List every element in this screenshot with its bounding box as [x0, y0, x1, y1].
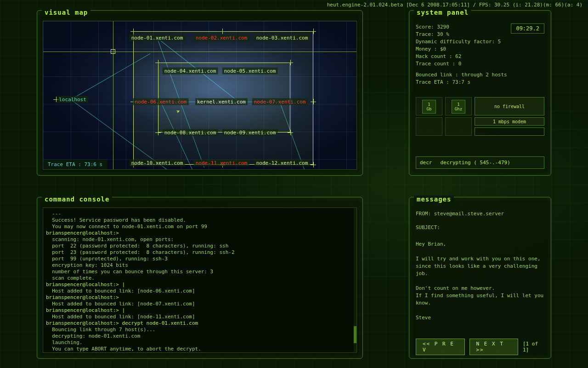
visual-map-panel: visual map localhost node-01.xenti.com n…	[37, 10, 363, 176]
firewall-slot[interactable]: no firewall	[475, 97, 544, 115]
memory-chip-icon: 1Gb	[422, 100, 436, 114]
command-console-output[interactable]: --- Success! Service password has been d…	[43, 207, 357, 353]
modem-slot[interactable]: 1 mbps modem	[475, 117, 544, 126]
cpu-slot[interactable]: 1Ghz	[445, 97, 472, 115]
node-07[interactable]: node-07.xenti.com	[252, 98, 308, 105]
stat-trace: Trace: 30 %	[416, 31, 544, 38]
stat-hackcount: Hack count : 62	[416, 53, 544, 60]
node-03[interactable]: node-03.xenti.com	[254, 34, 310, 41]
network-map-canvas[interactable]: localhost node-01.xenti.com node-02.xent…	[43, 21, 357, 170]
node-06[interactable]: node-06.xenti.com	[133, 98, 189, 105]
console-scrollbar-thumb[interactable]	[354, 326, 356, 343]
engine-status-bar: heut.engine-2.01.024.beta [Dec 6 2008.17…	[327, 2, 582, 8]
next-message-button[interactable]: N E X T >>	[469, 339, 519, 355]
memory-slot[interactable]: 1Gb	[416, 97, 442, 115]
cpu-chip-icon: 1Ghz	[452, 100, 465, 114]
trace-eta-readout: Trace ETA : 73:6 s	[43, 160, 107, 169]
node-10[interactable]: node-10.xenti.com	[130, 160, 185, 167]
prev-message-button[interactable]: << P R E V	[416, 339, 465, 355]
cursor-icon: ➤	[175, 107, 181, 115]
node-12[interactable]: node-12.xenti.com	[254, 160, 310, 167]
hw-empty-slot-3[interactable]	[475, 127, 544, 136]
decrypt-short-label: decr	[420, 160, 432, 166]
message-from: FROM: steve@mail.steve.server	[416, 210, 544, 218]
node-localhost[interactable]: localhost	[57, 96, 88, 103]
command-console-title: command console	[42, 196, 112, 203]
message-nav: << P R E V N E X T >> [1 of 1]	[416, 341, 544, 353]
node-01[interactable]: node-01.xenti.com	[130, 34, 185, 41]
messages-panel: messages FROM: steve@mail.steve.server S…	[409, 197, 551, 359]
stat-score: Score: 3290	[416, 23, 544, 31]
hw-empty-slot-2[interactable]	[445, 117, 472, 136]
message-text: Hey Brian, I will try and work with you …	[416, 241, 544, 322]
node-kernel[interactable]: kernel.xenti.com	[195, 98, 248, 105]
stat-bounced-link: Bounced link : through 2 hosts	[416, 71, 544, 79]
system-panel-title: system panel	[414, 9, 471, 16]
node-04[interactable]: node-04.xenti.com	[163, 68, 218, 75]
stat-difficulty: Dynamic difficulty factor: 5	[416, 38, 544, 46]
node-05[interactable]: node-05.xenti.com	[222, 68, 278, 75]
system-stats: Score: 3290 Trace: 30 % Dynamic difficul…	[416, 23, 544, 86]
stat-money: Money : $0	[416, 46, 544, 53]
console-scrollbar[interactable]	[354, 208, 356, 352]
node-08[interactable]: node-08.xenti.com	[163, 129, 218, 136]
system-panel: system panel 09:29.2 Score: 3290 Trace: …	[409, 10, 551, 176]
decrypt-progress-label: decrypting ( 545-.-479)	[441, 160, 510, 166]
node-02[interactable]: node-02.xenti.com	[194, 34, 249, 41]
node-09[interactable]: node-09.xenti.com	[222, 129, 278, 136]
message-body: FROM: steve@mail.steve.server SUBJECT: H…	[416, 210, 544, 336]
node-11[interactable]: node-11.xenti.com	[194, 160, 249, 167]
hw-empty-slot-1[interactable]	[416, 117, 442, 136]
message-page-indicator: [1 of 1]	[523, 341, 544, 353]
command-console-panel: command console --- Success! Service pas…	[37, 197, 363, 359]
message-subject: SUBJECT:	[416, 224, 544, 231]
stat-tracecount: Trace count : 0	[416, 60, 544, 68]
decrypt-status-bar: decr decrypting ( 545-.-479)	[416, 156, 544, 169]
messages-title: messages	[414, 196, 454, 203]
visual-map-title: visual map	[42, 9, 90, 16]
stat-trace-eta: Trace ETA : 73:7 s	[416, 79, 544, 86]
